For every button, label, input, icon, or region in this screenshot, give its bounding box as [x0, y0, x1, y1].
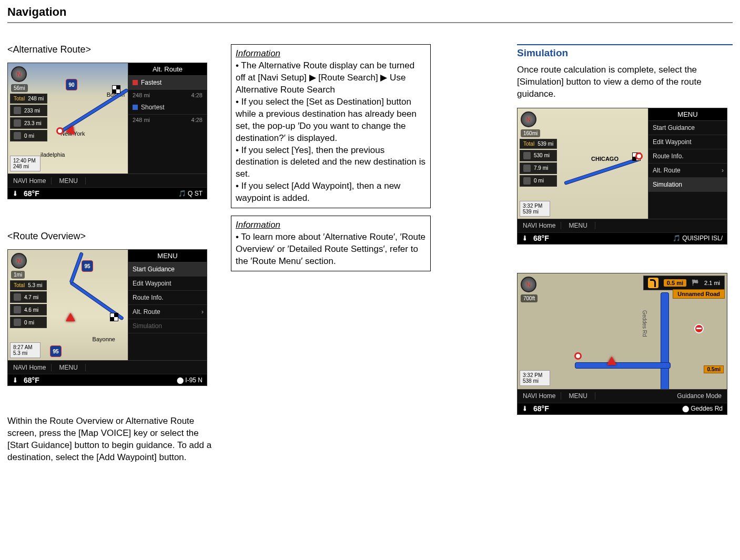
turn-right-icon [648, 278, 658, 288]
compass-icon: N [11, 253, 27, 269]
alt-route-shortest-detail: 248 mi4:28 [128, 115, 207, 125]
alt-route-heading: <Alternative Route> [7, 44, 215, 55]
menu-start-guidance[interactable]: Start Guidance [648, 121, 727, 135]
item-label: Start Guidance [653, 124, 695, 131]
stat-label: Total [14, 282, 25, 288]
info-label: Information [236, 48, 280, 58]
item-label: Simulation [133, 322, 162, 330]
time-box: 3:32 PM 538 mi [520, 370, 550, 386]
title-rule [7, 22, 733, 23]
time-value: 3:32 PM [523, 372, 547, 378]
stat-value: 0 mi [534, 178, 544, 184]
banner-distance: 0.5 mi [664, 279, 686, 287]
temp-bar: 🌡 68°F ⬤ I-95 N [8, 374, 207, 385]
menu-simulation[interactable]: Simulation [648, 178, 727, 192]
route-menu-panel: MENU Start Guidance Edit Waypoint Route … [648, 108, 727, 219]
stat-value: 4.7 mi [24, 294, 38, 300]
menu-route-info[interactable]: Route Info. [648, 149, 727, 164]
temp-bar: 🌡 68°F 🎵 Q ST [8, 187, 207, 199]
guidance-mode-button[interactable]: Guidance Mode [672, 392, 727, 400]
fig-simulation-running: N 700ft 0.5 mi 🏁 2.1 mi Unnamed Road 3:3… [517, 273, 727, 415]
side-stats: Total5.3 mi 4.7 mi 4.6 mi 0 mi [10, 280, 47, 328]
item-label: Fastest [141, 79, 161, 86]
menu-alt-route[interactable]: Alt. Route› [648, 164, 727, 178]
time-box: 8:27 AM 5.3 mi [10, 342, 40, 358]
item-label: Alt. Route [653, 167, 681, 174]
temp-value: 68°F [533, 404, 549, 413]
ferry2-icon [14, 132, 21, 139]
compass-icon: N [521, 111, 536, 127]
navi-home-button[interactable]: NAVI Home [8, 364, 52, 371]
panel-title: MENU [128, 250, 207, 262]
alt-route-fastest[interactable]: Fastest [128, 76, 207, 90]
scale-bar: 700ft [521, 294, 538, 302]
dist-value: 538 mi [523, 378, 547, 384]
item-label: Route Info. [133, 294, 164, 301]
menu-button[interactable]: MENU [561, 392, 595, 400]
route-line [661, 293, 668, 389]
menu-edit-waypoint[interactable]: Edit Waypoint [648, 135, 727, 149]
compass-icon: N [521, 277, 536, 292]
menu-alt-route[interactable]: Alt. Route› [128, 305, 207, 319]
menu-button[interactable]: MENU [52, 177, 85, 185]
navi-home-button[interactable]: NAVI Home [8, 177, 52, 185]
menu-route-info[interactable]: Route Info. [128, 291, 207, 305]
menu-button[interactable]: MENU [52, 364, 85, 371]
stat-row: 233 mi [10, 105, 47, 116]
navi-home-button[interactable]: NAVI Home [518, 392, 561, 400]
status-text: ⬤ Geddes Rd [682, 405, 723, 412]
fig-footer: NAVI Home MENU Guidance Mode [518, 389, 727, 403]
menu-start-guidance[interactable]: Start Guidance [128, 262, 207, 277]
menu-button[interactable]: MENU [561, 222, 595, 229]
interstate-shield-icon: 90 [66, 79, 77, 90]
chevron-right-icon: › [722, 167, 724, 174]
time-value: 8:27 AM [13, 344, 37, 350]
stat-value: 7.9 mi [534, 165, 548, 171]
fig-footer: NAVI Home MENU [8, 360, 207, 374]
upcoming-distance: 0.5mi [704, 365, 724, 373]
stat-label: Total [523, 141, 534, 147]
info-body: • To learn more about ′Alternative Route… [236, 232, 425, 266]
guidance-banner: 0.5 mi 🏁 2.1 mi [643, 276, 725, 290]
start-marker-icon [574, 352, 582, 360]
time-box: 3:32 PM 539 mi [520, 201, 550, 217]
item-label: Alt. Route [133, 308, 160, 315]
chevron-right-icon: › [201, 308, 204, 315]
tollroad-icon [523, 165, 531, 172]
stat-row: Total248 mi [10, 94, 47, 104]
fig-route-overview: N 1mi Total5.3 mi 4.7 mi 4.6 mi 0 mi 8:2… [7, 249, 207, 386]
stat-row: 530 mi [520, 150, 557, 161]
stat-value: 0 mi [24, 320, 34, 325]
column-1: <Alternative Route> N 56mi Total248 mi 2… [7, 44, 215, 471]
stat-value: 23.3 mi [24, 120, 42, 126]
info-label: Information [236, 220, 280, 230]
menu-simulation: Simulation [128, 319, 207, 333]
tollroad-icon [14, 306, 21, 313]
temp-bar: 🌡 68°F ⬤ Geddes Rd [518, 403, 727, 414]
route-line [575, 363, 670, 368]
menu-edit-waypoint[interactable]: Edit Waypoint [128, 277, 207, 291]
city-label: iladelphia [40, 151, 65, 158]
column-3: Simulation Once route calculation is com… [517, 44, 733, 431]
navi-home-button[interactable]: NAVI Home [518, 222, 561, 229]
stat-value: 539 mi [538, 141, 553, 147]
start-marker-icon [56, 127, 64, 135]
stat-row: 0 mi [520, 175, 557, 187]
ferry2-icon [523, 177, 531, 185]
alt-route-shortest[interactable]: Shortest [128, 100, 207, 115]
start-marker-icon [635, 152, 643, 160]
map-area: N 1mi Total5.3 mi 4.7 mi 4.6 mi 0 mi 8:2… [8, 250, 128, 360]
banner-total: 2.1 mi [704, 280, 720, 286]
fig-footer: NAVI Home MENU [8, 174, 207, 187]
current-position-icon [607, 357, 616, 365]
red-square-icon [133, 80, 138, 85]
fig-footer: NAVI Home MENU [518, 219, 727, 232]
temp-value: 68°F [533, 234, 549, 242]
alt-route-panel: Alt. Route Fastest 248 mi4:28 Shortest 2… [128, 63, 207, 174]
stat-row: 4.7 mi [10, 291, 47, 303]
time-value: 3:32 PM [523, 203, 547, 209]
route-menu-panel: MENU Start Guidance Edit Waypoint Route … [128, 250, 207, 360]
item-label: Route Info. [653, 152, 684, 160]
stat-value: 233 mi [24, 108, 40, 114]
columns: <Alternative Route> N 56mi Total248 mi 2… [7, 44, 733, 471]
